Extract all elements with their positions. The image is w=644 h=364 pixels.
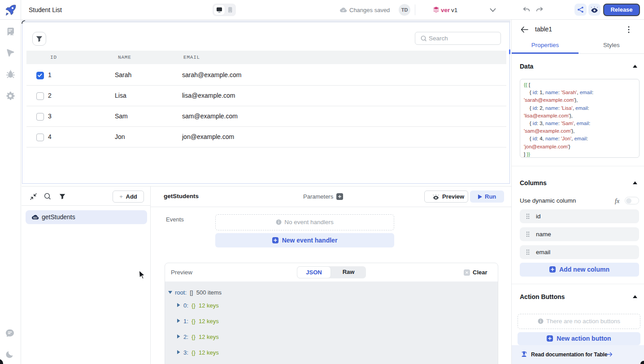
- svg-text:REST: REST: [34, 217, 37, 219]
